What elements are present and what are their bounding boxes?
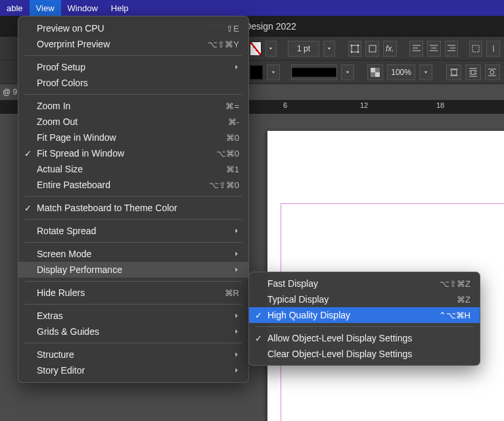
menu-item[interactable]: Structure	[18, 347, 248, 362]
svg-rect-17	[371, 68, 375, 72]
chevron-right-icon	[234, 349, 239, 360]
corner-options-icon[interactable]	[348, 41, 362, 57]
chevron-right-icon	[234, 62, 239, 72]
stroke-style-dropdown[interactable]	[341, 64, 354, 80]
menu-item-label: Rotate Spread	[37, 226, 234, 236]
stroke-weight-dropdown[interactable]	[323, 41, 335, 57]
menubar-item-help[interactable]: Help	[104, 0, 135, 16]
ruler-tick: 18	[436, 101, 444, 109]
submenu-item[interactable]: Typical Display⌘Z	[249, 291, 480, 307]
fill-none-swatch[interactable]	[250, 41, 262, 56]
menu-separator	[25, 219, 242, 220]
opacity-icon[interactable]	[367, 64, 382, 80]
svg-point-2	[357, 44, 359, 46]
submenu-item-label: Allow Object-Level Display Settings	[267, 333, 470, 343]
svg-rect-18	[375, 72, 380, 77]
submenu-item-shortcut: ⌘Z	[457, 295, 470, 305]
object-frame-icon[interactable]	[365, 41, 379, 57]
stroke-style-preview	[292, 68, 336, 77]
menu-item[interactable]: Display Performance	[18, 262, 248, 278]
menu-item[interactable]: Grids & Guides	[18, 324, 248, 339]
submenu-item[interactable]: Fast Display⌥⇧⌘Z	[249, 276, 480, 291]
chevron-right-icon	[234, 310, 239, 321]
align-center-icon[interactable]	[427, 41, 441, 57]
svg-rect-24	[471, 70, 475, 74]
submenu-item-label: High Quality Display	[267, 310, 439, 320]
chevron-right-icon	[234, 249, 239, 259]
svg-rect-20	[371, 72, 375, 77]
menu-item[interactable]: Proof Setup	[18, 59, 248, 75]
menu-item[interactable]: Entire Pasteboard⌥⇧⌘0	[18, 177, 248, 193]
menu-item[interactable]: ✓Match Pasteboard to Theme Color	[18, 200, 248, 216]
menu-item[interactable]: Actual Size⌘1	[18, 161, 248, 177]
menu-separator	[256, 326, 473, 327]
submenu-item[interactable]: ✓High Quality Display⌃⌥⌘H	[249, 307, 480, 323]
menu-item[interactable]: Rotate Spread	[18, 223, 248, 239]
menu-item-label: Zoom Out	[37, 116, 228, 127]
more-icon[interactable]	[486, 41, 500, 57]
menu-separator	[25, 281, 242, 282]
chevron-right-icon	[234, 326, 239, 337]
menu-item-label: Proof Setup	[37, 62, 234, 72]
menu-item-shortcut: ⌥⇧⌘Y	[208, 39, 239, 49]
opacity-dropdown[interactable]	[419, 64, 432, 80]
submenu-item-shortcut: ⌃⌥⌘H	[439, 310, 470, 320]
menu-item[interactable]: Story Editor	[18, 362, 248, 378]
menu-item-shortcut: ⌘1	[226, 164, 239, 174]
display-performance-submenu: Fast Display⌥⇧⌘ZTypical Display⌘Z✓High Q…	[248, 272, 480, 366]
text-wrap-none-icon[interactable]	[446, 64, 461, 80]
submenu-item[interactable]: ✓Allow Object-Level Display Settings	[249, 330, 480, 346]
fill2-dropdown[interactable]	[267, 64, 280, 80]
menu-item[interactable]: Fit Page in Window⌘0	[18, 130, 248, 145]
doc-zoom-label: @ 9	[3, 87, 17, 97]
submenu-item[interactable]: Clear Object-Level Display Settings	[249, 346, 480, 362]
menu-item-label: Hide Rulers	[37, 287, 225, 298]
menu-item-label: Entire Pasteboard	[37, 180, 209, 190]
ruler-tick: 12	[360, 101, 368, 109]
svg-rect-5	[369, 45, 376, 52]
menu-item-shortcut: ⌘-	[228, 117, 239, 127]
effects-icon[interactable]: fx.	[383, 41, 397, 57]
align-left-icon[interactable]	[409, 41, 423, 57]
ruler-tick: 6	[283, 101, 287, 109]
menu-item[interactable]: Zoom Out⌘-	[18, 114, 248, 130]
menu-item-label: Fit Page in Window	[37, 132, 226, 143]
check-icon: ✓	[255, 334, 262, 343]
menu-item-label: Grids & Guides	[37, 326, 234, 337]
fill-dropdown[interactable]	[265, 41, 277, 57]
fill-black-swatch[interactable]	[250, 65, 263, 80]
menubar-item-window[interactable]: Window	[61, 0, 104, 16]
align-right-icon[interactable]	[445, 41, 459, 57]
opacity-field[interactable]: 100%	[387, 64, 416, 80]
menu-separator	[25, 94, 242, 95]
menu-item[interactable]: ✓Fit Spread in Window⌥⌘0	[18, 145, 248, 161]
menu-item-label: Story Editor	[37, 365, 234, 376]
menu-item-shortcut: ⌘R	[225, 288, 239, 298]
transform-icon[interactable]	[469, 41, 483, 57]
menu-item[interactable]: Hide Rulers⌘R	[18, 285, 248, 301]
menubar-item-view[interactable]: View	[30, 0, 61, 16]
chevron-right-icon	[234, 264, 239, 275]
menu-item[interactable]: Overprint Preview⌥⇧⌘Y	[18, 36, 248, 52]
menu-item-label: Display Performance	[37, 264, 234, 275]
svg-rect-21	[451, 70, 457, 75]
submenu-item-label: Clear Object-Level Display Settings	[267, 349, 470, 359]
menu-item-label: Extras	[37, 310, 234, 321]
menu-separator	[25, 304, 242, 305]
menu-item[interactable]: Screen Mode	[18, 246, 248, 262]
menu-item[interactable]: Extras	[18, 308, 248, 324]
text-wrap-shape-icon[interactable]	[485, 64, 500, 80]
menu-item-label: Actual Size	[37, 164, 226, 174]
stroke-weight-field[interactable]: 1 pt	[288, 41, 320, 57]
menu-separator	[25, 55, 242, 56]
svg-rect-19	[375, 68, 380, 72]
menu-item[interactable]: Zoom In⌘=	[18, 98, 248, 114]
menu-item[interactable]: Preview on CPU⇧E	[18, 20, 248, 36]
svg-rect-0	[352, 45, 358, 52]
menu-item-label: Screen Mode	[37, 249, 234, 259]
menubar-item-able[interactable]: able	[0, 0, 30, 16]
menu-item[interactable]: Proof Colors	[18, 75, 248, 91]
text-wrap-bounding-icon[interactable]	[465, 64, 480, 80]
submenu-item-label: Fast Display	[267, 278, 440, 289]
menu-item-shortcut: ⌘0	[226, 133, 239, 143]
